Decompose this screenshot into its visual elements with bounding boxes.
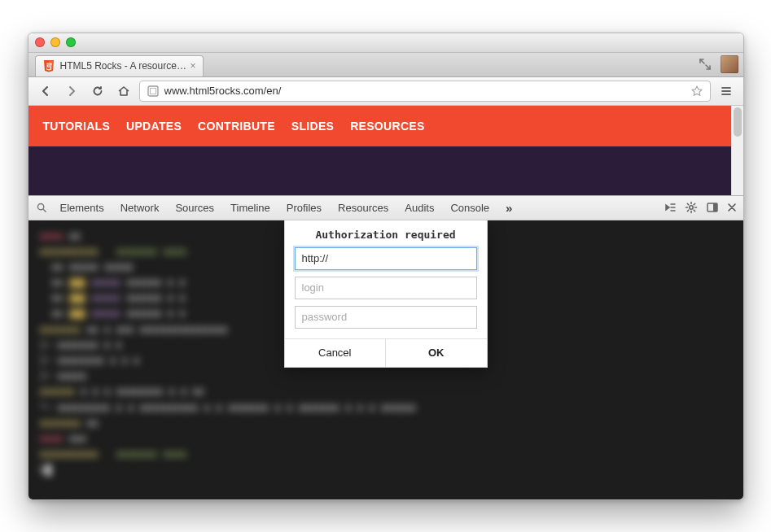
svg-rect-7 — [713, 203, 717, 211]
settings-gear-icon[interactable] — [681, 201, 701, 214]
minimize-window-button[interactable] — [50, 37, 60, 47]
nav-contribute[interactable]: CONTRIBUTE — [198, 120, 275, 133]
home-button[interactable] — [113, 81, 134, 102]
svg-rect-3 — [150, 88, 156, 94]
zoom-window-button[interactable] — [66, 37, 76, 47]
toolbar: www.html5rocks.com/en/ — [28, 77, 743, 106]
close-window-button[interactable] — [35, 37, 45, 47]
toggle-drawer-icon[interactable] — [660, 201, 680, 214]
svg-rect-2 — [148, 86, 158, 96]
scrollbar-thumb[interactable] — [734, 107, 742, 137]
site-icon — [147, 85, 160, 98]
tab-elements[interactable]: Elements — [53, 196, 112, 220]
dialog-title: Authorization required — [285, 220, 487, 247]
back-button[interactable] — [35, 81, 56, 102]
forward-button[interactable] — [61, 81, 82, 102]
devtools-close-icon[interactable] — [724, 203, 740, 212]
tab-strip: HTML5 Rocks - A resource… × — [28, 53, 743, 77]
bookmark-star-icon[interactable] — [690, 85, 703, 98]
site-nav: TUTORIALS UPDATES CONTRIBUTE SLIDES RESO… — [28, 106, 743, 146]
tab-network[interactable]: Network — [113, 196, 167, 220]
tab-close-button[interactable]: × — [188, 61, 198, 71]
reload-button[interactable] — [87, 81, 108, 102]
url-text: www.html5rocks.com/en/ — [164, 85, 686, 97]
nav-resources[interactable]: RESOURCES — [350, 120, 424, 133]
tab-sources[interactable]: Sources — [168, 196, 221, 220]
chrome-menu-button[interactable] — [716, 81, 737, 102]
tab-title: HTML5 Rocks - A resource… — [60, 60, 186, 72]
dock-side-icon[interactable] — [703, 201, 722, 214]
tab-profiles[interactable]: Profiles — [279, 196, 329, 220]
tab-resources[interactable]: Resources — [331, 196, 396, 220]
tab-audits[interactable]: Audits — [397, 196, 441, 220]
auth-login-input[interactable] — [295, 277, 477, 299]
authorization-dialog: Authorization required Cancel OK — [284, 220, 488, 368]
ok-button[interactable]: OK — [386, 339, 487, 367]
nav-slides[interactable]: SLIDES — [291, 120, 334, 133]
cancel-button[interactable]: Cancel — [285, 339, 387, 367]
titlebar — [28, 33, 743, 53]
page-viewport: TUTORIALS UPDATES CONTRIBUTE SLIDES RESO… — [28, 106, 743, 499]
tab-overflow[interactable]: » — [498, 196, 519, 220]
address-bar[interactable]: www.html5rocks.com/en/ — [139, 81, 711, 102]
browser-window: HTML5 Rocks - A resource… × www.html5 — [28, 33, 744, 500]
browser-tab[interactable]: HTML5 Rocks - A resource… × — [35, 55, 204, 76]
devtools-panel: Elements Network Sources Timeline Profil… — [28, 195, 743, 499]
tab-console[interactable]: Console — [443, 196, 497, 220]
html5-favicon — [42, 59, 55, 72]
nav-updates[interactable]: UPDATES — [126, 120, 182, 133]
devtools-tabbar: Elements Network Sources Timeline Profil… — [28, 196, 743, 220]
traffic-lights — [35, 37, 76, 47]
devtools-search-icon[interactable] — [32, 202, 51, 213]
auth-password-input[interactable] — [295, 306, 477, 329]
tab-timeline[interactable]: Timeline — [223, 196, 278, 220]
svg-point-5 — [689, 206, 692, 209]
auth-url-input[interactable] — [295, 247, 477, 270]
site-hero — [28, 146, 743, 195]
devtools-body: ▮▮▮▮ ▮▮ ▮▮▮▮▮▮▮▮▮▮ ▮▮▮▮▮▮▮ ▮▮▮▮ ▮▮ ▮▮▮▮▮… — [28, 220, 743, 499]
fullscreen-icon[interactable] — [698, 57, 712, 72]
profile-avatar[interactable] — [721, 55, 738, 73]
nav-tutorials[interactable]: TUTORIALS — [43, 120, 111, 133]
